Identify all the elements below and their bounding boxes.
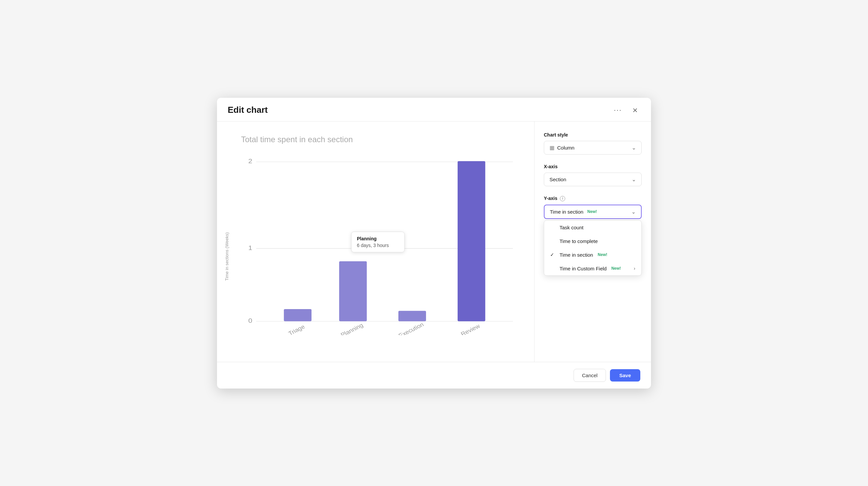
svg-text:1: 1 (248, 244, 252, 251)
save-button[interactable]: Save (610, 369, 640, 382)
chart-style-value: Column (557, 145, 575, 151)
time-in-section-check: ✓ (550, 252, 556, 257)
svg-text:2: 2 (248, 158, 252, 165)
x-axis-chevron: ⌄ (632, 176, 636, 183)
x-axis-select[interactable]: Section ⌄ (544, 172, 642, 186)
chart-style-content: ▦ Column (550, 144, 575, 151)
time-in-section-label: Time in section (560, 252, 593, 258)
modal-header: Edit chart ··· × (217, 98, 651, 122)
y-axis-label-text: Y-axis i (544, 196, 642, 201)
time-to-complete-label: Time to complete (560, 238, 598, 244)
y-axis-new-badge: New! (587, 209, 597, 214)
x-axis-content: Section (550, 176, 566, 182)
close-button[interactable]: × (630, 104, 640, 116)
sidebar: Chart style ▦ Column ⌄ X-axis Section ⌄ (534, 122, 651, 362)
svg-text:Planning: Planning (340, 322, 364, 335)
dropdown-item-time-to-complete[interactable]: Time to complete (544, 234, 641, 248)
chart-svg: 2 1 0 Triage Planning (244, 155, 521, 335)
svg-rect-8 (398, 311, 426, 321)
more-options-button[interactable]: ··· (611, 104, 624, 116)
edit-chart-modal: Edit chart ··· × Total time spent in eac… (217, 98, 651, 389)
svg-rect-7 (339, 261, 367, 321)
svg-text:Triage: Triage (287, 323, 306, 335)
chart-style-select[interactable]: ▦ Column ⌄ (544, 141, 642, 155)
svg-text:Review: Review (460, 323, 481, 335)
svg-rect-9 (458, 161, 486, 321)
dropdown-item-task-count[interactable]: Task count (544, 221, 641, 234)
y-axis-value: Time in section (550, 209, 583, 215)
modal-body: Total time spent in each section Time in… (217, 122, 651, 362)
column-chart-icon: ▦ (550, 144, 555, 151)
y-axis-info-icon: i (560, 196, 565, 201)
modal-title: Edit chart (228, 105, 268, 115)
time-to-complete-check (550, 238, 556, 244)
chart-title: Total time spent in each section (241, 135, 521, 144)
y-axis-label: Time in sections (Weeks) (224, 232, 229, 281)
chart-area: Total time spent in each section Time in… (217, 122, 534, 362)
modal-footer: Cancel Save (217, 362, 651, 389)
x-axis-label: X-axis (544, 164, 642, 169)
x-axis-section: X-axis Section ⌄ (544, 164, 642, 186)
time-in-custom-field-label: Time in Custom Field (560, 266, 607, 271)
time-in-custom-field-arrow: › (633, 266, 635, 271)
chart-inner: 2 1 0 Triage Planning (244, 155, 521, 335)
task-count-label: Task count (560, 225, 584, 230)
time-in-custom-field-new-badge: New! (611, 266, 621, 271)
cancel-button[interactable]: Cancel (574, 369, 606, 382)
chart-style-section: Chart style ▦ Column ⌄ (544, 132, 642, 155)
svg-text:0: 0 (248, 317, 252, 324)
y-axis-dropdown: Task count Time to complete ✓ Time in se… (544, 220, 642, 276)
x-axis-value: Section (550, 176, 566, 182)
svg-rect-6 (284, 309, 311, 321)
header-actions: ··· × (611, 104, 640, 116)
dropdown-item-time-in-custom-field[interactable]: Time in Custom Field New! › (544, 262, 641, 276)
y-axis-section: Y-axis i Time in section New! ⌄ Task cou (544, 196, 642, 219)
chart-style-label: Chart style (544, 132, 642, 137)
time-in-custom-field-check (550, 266, 556, 271)
dropdown-item-time-in-section[interactable]: ✓ Time in section New! (544, 248, 641, 262)
time-in-section-new-badge: New! (597, 252, 607, 257)
y-axis-select[interactable]: Time in section New! ⌄ (544, 205, 642, 219)
y-axis-content: Time in section New! (550, 209, 597, 215)
y-axis-chevron: ⌄ (631, 208, 636, 215)
chart-container: Time in sections (Weeks) 2 1 0 (228, 155, 521, 349)
chart-style-chevron: ⌄ (632, 144, 636, 151)
task-count-check (550, 225, 556, 230)
svg-text:Execution: Execution (397, 321, 425, 335)
